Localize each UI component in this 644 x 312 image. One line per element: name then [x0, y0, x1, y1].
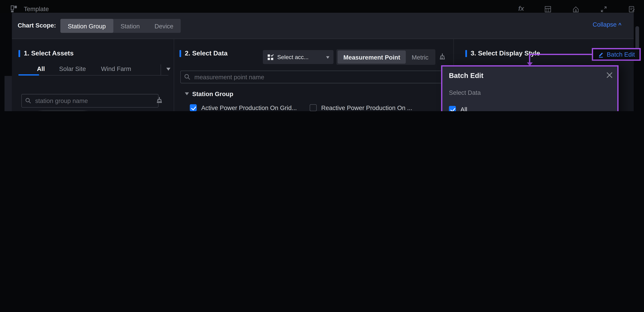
topbar-icons: fx [518, 6, 636, 13]
modal-row-checkbox[interactable] [449, 106, 456, 111]
asset-tabs: All Solar Site Wind Farm [18, 65, 169, 77]
modal-row-label: All [460, 106, 467, 111]
batch-edit-label: Batch Edit [607, 51, 635, 58]
chevron-down-icon [326, 56, 329, 60]
modal-data-row: All [449, 103, 613, 111]
section-assets-title: 1. Select Assets [18, 50, 74, 57]
asset-tree [12, 110, 173, 111]
panel-header: Chart Scope: Station Group Station Devic… [12, 13, 634, 39]
screen: Template fx [0, 0, 644, 111]
tab-active-underline [18, 74, 39, 75]
chart-scope-label: Chart Scope: [18, 22, 56, 29]
data-item-checkbox[interactable] [190, 104, 197, 111]
tab-wind-farm[interactable]: Wind Farm [101, 65, 131, 72]
tree-row[interactable] [12, 110, 173, 111]
data-item-label: Reactive Power Production On ... [321, 104, 412, 111]
grid-check-icon [267, 53, 274, 60]
annotation-line-horizontal [529, 54, 592, 55]
asset-search-input[interactable] [34, 97, 155, 105]
data-list-right-column: Reactive Power Production On ... Reactiv… [310, 101, 433, 111]
accent-bar [465, 50, 467, 57]
document-edit-icon[interactable] [628, 6, 636, 13]
account-selector-dropdown[interactable]: Select acc... [263, 50, 334, 64]
modal-data-rows: All Active Power Production On Grid Day(… [449, 103, 613, 111]
clear-data-broom-icon[interactable] [439, 53, 446, 60]
chart-scope-segmented: Station Group Station Device [60, 19, 181, 33]
data-mode-option[interactable]: Metric [406, 50, 434, 64]
accent-bar [180, 50, 181, 57]
data-item-label: Active Power Production On Grid... [201, 104, 297, 111]
tab-divider [160, 64, 161, 75]
measurement-search-input[interactable] [194, 73, 451, 81]
search-icon [184, 73, 191, 80]
clear-filter-broom-icon[interactable] [156, 96, 163, 104]
expand-icon[interactable] [600, 6, 608, 13]
chart-scope-option[interactable]: Station Group [60, 19, 113, 33]
batch-edit-modal: Batch Edit Select Data All Active [441, 65, 618, 111]
tab-underline-track [18, 75, 168, 76]
background-sidebar-edge [4, 76, 12, 111]
home-icon[interactable] [572, 6, 580, 13]
data-mode-option[interactable]: Measurement Point [338, 50, 406, 64]
select-data-label: Select Data [449, 89, 481, 96]
tabs-dropdown-icon[interactable] [166, 68, 170, 73]
template-icon [11, 5, 17, 13]
data-item-row: Active Power Production On Grid... [190, 101, 313, 111]
asset-search-box [21, 94, 158, 108]
accent-bar [18, 50, 20, 57]
fx-icon[interactable]: fx [518, 6, 524, 11]
pencil-icon [598, 51, 604, 58]
batch-edit-button[interactable]: Batch Edit [592, 48, 641, 61]
calculator-icon[interactable] [544, 6, 552, 13]
station-group-node[interactable]: Station Group [185, 90, 233, 97]
tab-solar-site[interactable]: Solar Site [59, 65, 86, 72]
section-data-title: 2. Select Data [180, 50, 228, 57]
chart-scope-option[interactable]: Device [147, 19, 181, 33]
search-icon [25, 97, 32, 104]
tab-all[interactable]: All [37, 65, 45, 72]
collapse-caret-icon[interactable] [185, 92, 189, 97]
close-icon[interactable] [606, 71, 613, 79]
chart-config-panel: Chart Scope: Station Group Station Devic… [12, 13, 634, 111]
data-item-row: Reactive Power Production On ... [310, 101, 433, 111]
collapse-link[interactable]: Collapse ^ [593, 21, 622, 28]
data-mode-segmented: Measurement Point Metric [336, 49, 436, 65]
measurement-search-box [180, 71, 454, 83]
modal-title: Batch Edit [449, 72, 484, 80]
annotation-line-vertical [529, 54, 530, 63]
data-list-left-column: Active Power Production On Grid... Suspe… [190, 101, 313, 111]
top-bar: Template fx [0, 0, 644, 13]
chart-scope-option[interactable]: Station [113, 19, 147, 33]
template-label[interactable]: Template [24, 5, 49, 12]
data-item-checkbox[interactable] [310, 104, 317, 111]
column-divider-1 [174, 39, 174, 111]
collapse-chevron-icon: ^ [618, 22, 622, 28]
